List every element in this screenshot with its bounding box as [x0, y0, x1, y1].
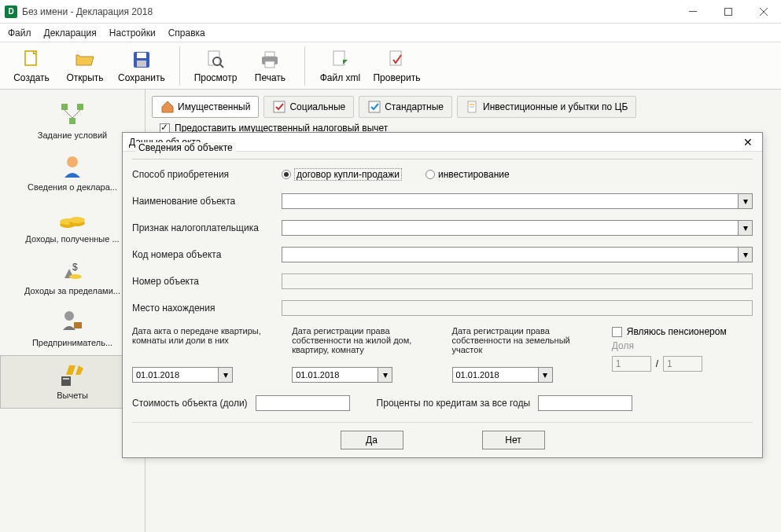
create-button[interactable]: Создать: [8, 46, 55, 86]
folder-open-icon: [74, 49, 96, 71]
svg-line-18: [72, 110, 80, 118]
open-label: Открыть: [66, 72, 103, 83]
fieldset-legend: Сведения об объекте: [135, 142, 236, 153]
svg-rect-30: [274, 101, 285, 112]
print-icon: [259, 49, 281, 71]
svg-rect-16: [69, 118, 76, 124]
date-reg-land-dropdown[interactable]: ▾: [539, 367, 553, 383]
create-label: Создать: [13, 72, 50, 83]
obj-name-label: Наименование объекта: [132, 196, 282, 207]
svg-rect-5: [137, 61, 146, 67]
radio-invest-label: инвестирование: [438, 169, 510, 180]
conditions-icon: [58, 101, 87, 129]
menu-settings[interactable]: Настройки: [109, 28, 156, 39]
nav-abroad-label: Доходы за пределами...: [24, 286, 120, 295]
cost-input[interactable]: [256, 395, 350, 411]
pensioner-checkbox[interactable]: Являюсь пенсионером: [612, 326, 753, 337]
xml-file-icon: [329, 49, 351, 71]
tab-standard[interactable]: Стандартные: [359, 96, 452, 118]
share-numerator-input[interactable]: [612, 356, 651, 372]
number-input[interactable]: [282, 273, 753, 289]
code-dropdown[interactable]: ▾: [739, 247, 753, 262]
svg-rect-1: [724, 8, 731, 15]
menu-file[interactable]: Файл: [8, 28, 31, 39]
radio-purchase-label: договор купли-продажи: [294, 168, 402, 181]
date-reg-house-input[interactable]: [292, 367, 378, 383]
open-button[interactable]: Открыть: [61, 46, 109, 86]
app-icon: D: [5, 6, 17, 18]
radio-purchase[interactable]: договор купли-продажи: [282, 168, 402, 181]
svg-rect-14: [61, 104, 68, 110]
checkbox-icon: [272, 100, 286, 114]
code-input[interactable]: [282, 247, 739, 262]
tab-social-label: Социальные: [289, 101, 345, 112]
xml-button[interactable]: Файл xml: [316, 46, 363, 86]
close-button[interactable]: [746, 0, 781, 24]
date-act-dropdown[interactable]: ▾: [219, 367, 233, 383]
checkbox-icon: [367, 100, 381, 114]
svg-rect-12: [333, 51, 344, 65]
preview-label: Просмотр: [194, 72, 238, 83]
maximize-icon: [724, 8, 732, 16]
svg-line-17: [64, 110, 72, 118]
date-reg-land-input[interactable]: [452, 367, 539, 383]
minimize-button[interactable]: [675, 0, 710, 24]
radio-dot-icon: [282, 170, 291, 179]
no-button[interactable]: Нет: [482, 431, 545, 449]
svg-rect-31: [369, 101, 380, 112]
radio-invest[interactable]: инвестирование: [425, 168, 510, 181]
svg-rect-10: [265, 52, 274, 57]
share-denominator-input[interactable]: [663, 356, 702, 372]
save-label: Сохранить: [118, 72, 165, 83]
svg-point-26: [64, 311, 74, 321]
nav-income-label: Доходы, полученные ...: [25, 234, 119, 244]
checkbox-icon: [612, 327, 622, 337]
taxpayer-sign-input[interactable]: [282, 220, 739, 236]
date-act-label: Дата акта о передаче квартиры, комнаты и…: [132, 326, 273, 364]
check-file-icon: [385, 49, 407, 71]
house-icon: [160, 100, 175, 114]
xml-label: Файл xml: [320, 72, 361, 83]
date-reg-land-label: Дата регистрации права собственности на …: [452, 326, 593, 364]
maximize-button[interactable]: [710, 0, 746, 24]
date-reg-house-dropdown[interactable]: ▾: [378, 367, 392, 383]
menubar: Файл Декларация Настройки Справка: [0, 24, 781, 42]
save-icon: [131, 49, 153, 71]
declarant-icon: [58, 152, 87, 181]
svg-rect-11: [265, 61, 274, 68]
tab-social[interactable]: Социальные: [263, 96, 354, 118]
svg-rect-15: [77, 104, 83, 110]
svg-point-24: [69, 274, 82, 279]
dialog-close-button[interactable]: ✕: [740, 134, 756, 150]
document-icon: [466, 100, 480, 114]
tab-invest[interactable]: Инвестиционные и убытки по ЦБ: [457, 96, 636, 118]
print-button[interactable]: Печать: [246, 46, 293, 86]
date-act-input[interactable]: [132, 367, 219, 383]
toolbar-separator: [304, 46, 305, 86]
percent-input[interactable]: [538, 395, 632, 411]
menu-help[interactable]: Справка: [168, 28, 205, 39]
percent-label: Проценты по кредитам за все годы: [377, 398, 531, 409]
obj-name-dropdown[interactable]: ▾: [739, 193, 753, 209]
toolbar-separator: [179, 46, 180, 86]
fraction-slash: /: [656, 358, 658, 369]
location-input[interactable]: [282, 300, 753, 316]
tab-property[interactable]: Имущественный: [152, 96, 259, 118]
preview-icon: [204, 49, 227, 71]
svg-rect-4: [137, 53, 146, 58]
menu-declaration[interactable]: Декларация: [44, 28, 97, 39]
svg-rect-28: [61, 376, 71, 386]
yes-button[interactable]: Да: [341, 431, 403, 449]
abroad-icon: $: [58, 256, 87, 284]
location-label: Место нахождения: [132, 303, 282, 314]
save-button[interactable]: Сохранить: [115, 46, 168, 86]
acq-method-label: Способ приобретения: [132, 169, 282, 180]
taxpayer-sign-dropdown[interactable]: ▾: [739, 220, 753, 236]
preview-button[interactable]: Просмотр: [191, 46, 241, 86]
obj-name-input[interactable]: [282, 193, 739, 209]
number-label: Номер объекта: [132, 276, 282, 287]
nav-deductions-label: Вычеты: [57, 391, 88, 400]
check-button[interactable]: Проверить: [370, 46, 423, 86]
svg-text:$: $: [72, 262, 78, 273]
check-label: Проверить: [373, 72, 420, 83]
